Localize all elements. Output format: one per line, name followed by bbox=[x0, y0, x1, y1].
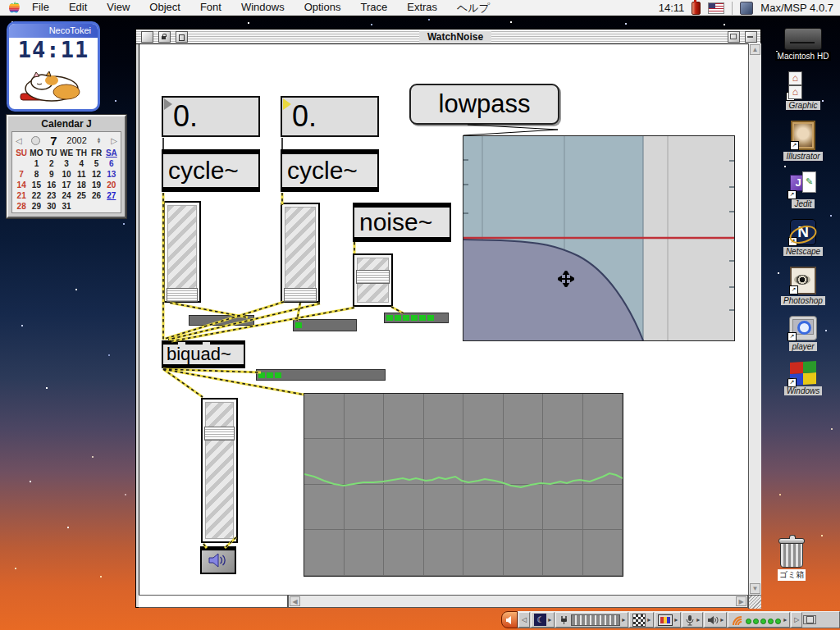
horizontal-scrollbar[interactable]: ◀ ▶ bbox=[288, 595, 748, 608]
calendar-day[interactable]: 28 bbox=[14, 202, 29, 211]
calendar-day[interactable]: 7 bbox=[14, 170, 29, 179]
resolution-module[interactable]: ▸ bbox=[655, 612, 681, 628]
vertical-scrollbar[interactable]: ▲ ▼ bbox=[748, 43, 761, 595]
object-cycle-1[interactable]: cycle~ bbox=[162, 149, 260, 192]
slider-noise-level[interactable] bbox=[353, 253, 393, 307]
scroll-left-icon[interactable]: ◀ bbox=[290, 596, 300, 606]
desktop-icon-netscape[interactable]: Netscape bbox=[783, 219, 823, 256]
calendar-day[interactable]: 14 bbox=[14, 180, 29, 189]
battery-icon[interactable] bbox=[692, 2, 701, 15]
slider-thumb[interactable] bbox=[167, 288, 198, 302]
slider-thumb[interactable] bbox=[284, 288, 317, 302]
desktop-icon-hd[interactable]: Macintosh HD bbox=[775, 28, 832, 61]
calendar-day[interactable]: 10 bbox=[59, 170, 74, 179]
calendar-next-icon[interactable]: ▷ bbox=[111, 136, 117, 145]
calendar-day[interactable]: 18 bbox=[74, 180, 89, 189]
window-title-bar[interactable]: WatchNoise bbox=[136, 30, 760, 44]
strip-end-box[interactable] bbox=[803, 615, 816, 624]
desktop-icon-jedit[interactable]: Jedit bbox=[790, 171, 816, 208]
calendar-day[interactable]: 5 bbox=[89, 159, 103, 168]
control-strip-tab[interactable] bbox=[501, 611, 518, 628]
menu-item-help[interactable]: ヘルプ bbox=[457, 1, 490, 16]
dac-speaker-button[interactable] bbox=[200, 546, 236, 574]
slider-frequency-2[interactable] bbox=[281, 203, 320, 303]
menu-item-file[interactable]: File bbox=[32, 1, 49, 16]
object-noise[interactable]: noise~ bbox=[353, 203, 451, 242]
calendar-day[interactable]: 9 bbox=[44, 170, 59, 179]
zoom-box-icon[interactable] bbox=[728, 31, 740, 43]
object-cycle-2[interactable]: cycle~ bbox=[281, 149, 379, 192]
slider-frequency-1[interactable] bbox=[163, 201, 201, 303]
menu-item-object[interactable]: Object bbox=[149, 1, 180, 16]
oscilloscope[interactable] bbox=[304, 393, 623, 577]
object-biquad[interactable]: biquad~ bbox=[162, 340, 245, 368]
calendar-day[interactable]: 13 bbox=[104, 170, 119, 179]
edit-mode-icon[interactable] bbox=[176, 31, 188, 43]
desktop-icon-illustrator[interactable]: Illustrator bbox=[783, 121, 822, 161]
calendar-day[interactable]: 12 bbox=[89, 170, 103, 179]
calendar-day[interactable]: 21 bbox=[14, 191, 29, 200]
calendar-day[interactable]: 15 bbox=[29, 180, 43, 189]
scroll-down-icon[interactable]: ▼ bbox=[750, 583, 760, 594]
energy-saver-module[interactable]: ☾▸ bbox=[531, 612, 555, 628]
menu-clock[interactable]: 14:11 bbox=[659, 2, 685, 14]
menu-item-view[interactable]: View bbox=[107, 1, 130, 16]
lock-icon[interactable] bbox=[158, 31, 171, 43]
calendar-today-button[interactable] bbox=[31, 136, 40, 145]
calendar-day[interactable]: 29 bbox=[29, 202, 43, 211]
close-box-icon[interactable] bbox=[141, 31, 153, 43]
calendar-day[interactable]: 1 bbox=[29, 159, 43, 168]
menu-item-options[interactable]: Options bbox=[304, 1, 341, 16]
calendar-day[interactable]: 16 bbox=[44, 180, 59, 189]
desktop-icon-graphic[interactable]: Graphic bbox=[786, 71, 819, 110]
calendar-prev-icon[interactable]: ◁ bbox=[16, 136, 22, 145]
calendar-day[interactable]: 19 bbox=[89, 180, 103, 189]
keyboard-flag-icon[interactable] bbox=[708, 2, 724, 14]
application-menu-icon[interactable] bbox=[740, 2, 753, 15]
desktop-icon-photoshop[interactable]: Photoshop bbox=[781, 267, 825, 305]
sound-input-module[interactable]: ▸ bbox=[682, 612, 703, 628]
calendar-day[interactable]: 2 bbox=[44, 159, 59, 168]
menu-item-trace[interactable]: Trace bbox=[360, 1, 387, 16]
calendar-day[interactable]: 4 bbox=[74, 159, 89, 168]
collapse-box-icon[interactable] bbox=[745, 31, 757, 43]
desktop-icon-player[interactable]: player bbox=[789, 316, 817, 351]
calendar-widget[interactable]: Calendar J ◁ 7 2002 ▲▼ ▷ SUMOTUWETHFRSA1… bbox=[7, 115, 126, 218]
calendar-day[interactable]: 30 bbox=[44, 202, 59, 211]
apple-menu-icon[interactable] bbox=[8, 2, 21, 14]
application-name[interactable]: Max/MSP 4.0.7 bbox=[760, 2, 833, 14]
calendar-day[interactable]: 11 bbox=[74, 170, 89, 179]
menu-item-font[interactable]: Font bbox=[200, 1, 221, 16]
slider-output-volume[interactable] bbox=[201, 398, 238, 543]
scroll-up-icon[interactable]: ▲ bbox=[750, 44, 760, 55]
calendar-day[interactable]: 25 bbox=[74, 191, 89, 200]
calendar-day[interactable]: 26 bbox=[89, 191, 103, 200]
calendar-day[interactable]: 17 bbox=[59, 180, 74, 189]
volume-module[interactable]: ▸ bbox=[704, 612, 727, 628]
number-box-2[interactable]: 0. bbox=[281, 96, 379, 137]
filtergraph[interactable] bbox=[463, 135, 735, 341]
scroll-right-icon[interactable]: ▶ bbox=[736, 596, 746, 606]
calendar-day[interactable]: 6 bbox=[104, 159, 119, 168]
strip-scroll-right[interactable]: ▷ bbox=[791, 612, 802, 628]
calendar-day[interactable]: 23 bbox=[44, 191, 59, 200]
slider-thumb[interactable] bbox=[204, 427, 235, 441]
strip-scroll-left[interactable]: ◁ bbox=[518, 612, 530, 628]
trash[interactable]: ゴミ箱 bbox=[778, 541, 806, 581]
battery-module[interactable]: ▸ bbox=[555, 612, 628, 628]
menu-item-edit[interactable]: Edit bbox=[69, 1, 87, 16]
menu-item-windows[interactable]: Windows bbox=[241, 1, 285, 16]
menu-item-extras[interactable]: Extras bbox=[407, 1, 437, 16]
number-box-1[interactable]: 0. bbox=[162, 96, 260, 137]
calendar-day[interactable]: 31 bbox=[59, 202, 74, 211]
slider-thumb[interactable] bbox=[356, 270, 390, 284]
calendar-year-stepper[interactable]: ▲▼ bbox=[97, 137, 102, 144]
desktop-icon-windows[interactable]: Windows bbox=[784, 362, 822, 395]
calendar-day[interactable]: 8 bbox=[29, 170, 43, 179]
calendar-day[interactable]: 22 bbox=[29, 191, 43, 200]
airport-module[interactable]: ▸ bbox=[728, 612, 790, 628]
bit-depth-module[interactable]: ▸ bbox=[629, 612, 654, 628]
comment-lowpass[interactable]: lowpass bbox=[409, 84, 559, 125]
grow-box[interactable] bbox=[748, 595, 761, 609]
calendar-day[interactable]: 3 bbox=[59, 159, 74, 168]
